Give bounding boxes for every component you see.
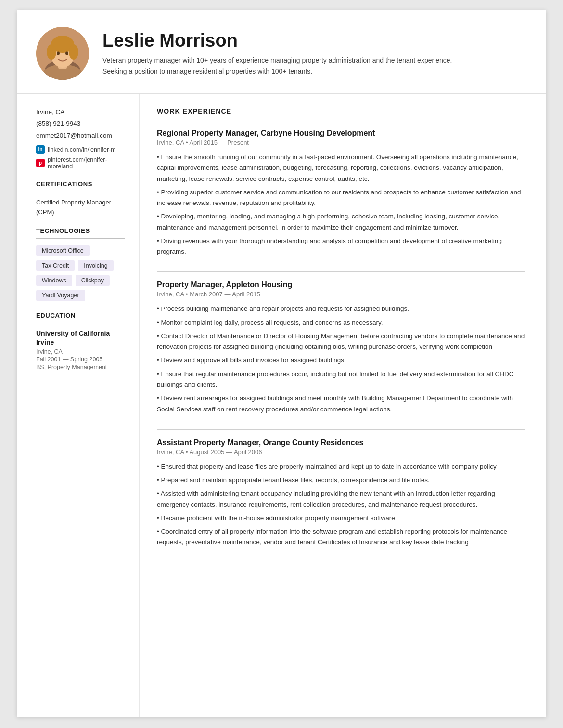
svg-point-8 bbox=[57, 52, 60, 55]
tech-tag-microsoft-office: Microsoft Office bbox=[36, 245, 90, 256]
job-2-bullet-2: • Monitor complaint log daily, process a… bbox=[157, 318, 525, 328]
job-divider-1 bbox=[157, 271, 525, 272]
edu-location: Irvine, CA bbox=[36, 348, 125, 355]
sidebar: Irvine, CA (858) 921-9943 emmet2017@hotm… bbox=[17, 94, 140, 717]
linkedin-icon: in bbox=[36, 145, 45, 154]
education-divider bbox=[36, 323, 125, 324]
job-2-bullet-4: • Review and approve all bills and invoi… bbox=[157, 355, 525, 366]
contact-links: in linkedin.com/in/jennifer-m p pinteres… bbox=[36, 145, 125, 170]
email: emmet2017@hotmail.com bbox=[36, 131, 125, 140]
tech-tag-tax-credit: Tax Credit bbox=[36, 260, 75, 271]
job-1-bullet-1: • Ensure the smooth running of our commu… bbox=[157, 152, 525, 184]
job-2-bullet-5: • Ensure that regular maintenance proced… bbox=[157, 369, 525, 391]
header-info: Leslie Morrison Veteran property manager… bbox=[102, 30, 527, 77]
technologies-divider bbox=[36, 238, 125, 239]
avatar bbox=[36, 27, 89, 80]
linkedin-link: linkedin.com/in/jennifer-m bbox=[48, 146, 116, 153]
pinterest-icon: p bbox=[36, 159, 45, 167]
edu-dates: Fall 2001 — Spring 2005 bbox=[36, 356, 125, 363]
svg-point-7 bbox=[69, 44, 78, 60]
job-3-bullet-4: • Became proficient with the in-house ad… bbox=[157, 513, 525, 524]
phone: (858) 921-9943 bbox=[36, 119, 125, 128]
tech-tag-invoicing: Invoicing bbox=[78, 260, 113, 271]
location: Irvine, CA bbox=[36, 107, 125, 117]
svg-point-9 bbox=[65, 52, 68, 55]
job-3-bullet-2: • Prepared and maintain appropriate tena… bbox=[157, 475, 525, 485]
job-3: Assistant Property Manager, Orange Count… bbox=[157, 438, 525, 548]
resume-body: Irvine, CA (858) 921-9943 emmet2017@hotm… bbox=[17, 94, 546, 717]
tech-tag-yardi-voyager: Yardi Voyager bbox=[36, 290, 85, 301]
main-content: WORK EXPERIENCE Regional Property Manage… bbox=[140, 94, 546, 717]
certification-item: Certified Property Manager (CPM) bbox=[36, 198, 125, 217]
technologies-section: TECHNOLOGIES Microsoft Office Tax Credit… bbox=[36, 227, 125, 301]
job-3-bullet-3: • Assisted with administering tenant occ… bbox=[157, 488, 525, 510]
edu-school: University of California Irvine bbox=[36, 329, 125, 346]
job-1: Regional Property Manager, Carbyne Housi… bbox=[157, 129, 525, 257]
job-2-bullet-3: • Contact Director of Maintenance or Dir… bbox=[157, 331, 525, 353]
technologies-title: TECHNOLOGIES bbox=[36, 227, 125, 234]
job-3-meta: Irvine, CA • August 2005 — April 2006 bbox=[157, 448, 525, 456]
resume-header: Leslie Morrison Veteran property manager… bbox=[17, 10, 546, 94]
job-2-title: Property Manager, Appleton Housing bbox=[157, 281, 525, 289]
candidate-name: Leslie Morrison bbox=[102, 30, 527, 51]
job-2-bullet-1: • Process building maintenance and repai… bbox=[157, 304, 525, 314]
linkedin-row: in linkedin.com/in/jennifer-m bbox=[36, 145, 125, 154]
education-title: EDUCATION bbox=[36, 312, 125, 319]
job-2: Property Manager, Appleton Housing Irvin… bbox=[157, 281, 525, 414]
job-3-bullet-1: • Ensured that property and lease files … bbox=[157, 461, 525, 472]
job-1-meta: Irvine, CA • April 2015 — Present bbox=[157, 139, 525, 146]
work-experience-divider bbox=[157, 120, 525, 120]
job-1-title: Regional Property Manager, Carbyne Housi… bbox=[157, 129, 525, 138]
pinterest-link: pinterest.com/jennifer-moreland bbox=[48, 156, 125, 170]
tech-tag-clickpay: Clickpay bbox=[76, 275, 110, 286]
certifications-divider bbox=[36, 192, 125, 192]
certifications-title: CERTIFICATIONS bbox=[36, 180, 125, 188]
job-1-bullet-2: • Providing superior customer service an… bbox=[157, 187, 525, 209]
candidate-summary: Veteran property manager with 10+ years … bbox=[102, 55, 478, 77]
job-2-meta: Irvine, CA • March 2007 — April 2015 bbox=[157, 291, 525, 298]
job-3-bullet-5: • Coordinated entry of all property info… bbox=[157, 526, 525, 548]
job-1-bullet-3: • Developing, mentoring, leading, and ma… bbox=[157, 211, 525, 233]
tech-tag-windows: Windows bbox=[36, 275, 72, 286]
job-divider-2 bbox=[157, 429, 525, 430]
job-2-bullet-6: • Review rent arrearages for assigned bu… bbox=[157, 393, 525, 415]
edu-degree: BS, Property Management bbox=[36, 364, 125, 370]
contact-section: Irvine, CA (858) 921-9943 emmet2017@hotm… bbox=[36, 107, 125, 170]
education-section: EDUCATION University of California Irvin… bbox=[36, 312, 125, 370]
pinterest-row: p pinterest.com/jennifer-moreland bbox=[36, 156, 125, 170]
job-3-title: Assistant Property Manager, Orange Count… bbox=[157, 438, 525, 447]
svg-point-6 bbox=[47, 44, 56, 60]
tech-tags: Microsoft Office Tax Credit Invoicing Wi… bbox=[36, 245, 125, 301]
work-experience-title: WORK EXPERIENCE bbox=[157, 107, 525, 115]
job-1-bullet-4: • Driving revenues with your thorough un… bbox=[157, 236, 525, 257]
resume-page: Leslie Morrison Veteran property manager… bbox=[17, 10, 546, 717]
certifications-section: CERTIFICATIONS Certified Property Manage… bbox=[36, 180, 125, 217]
